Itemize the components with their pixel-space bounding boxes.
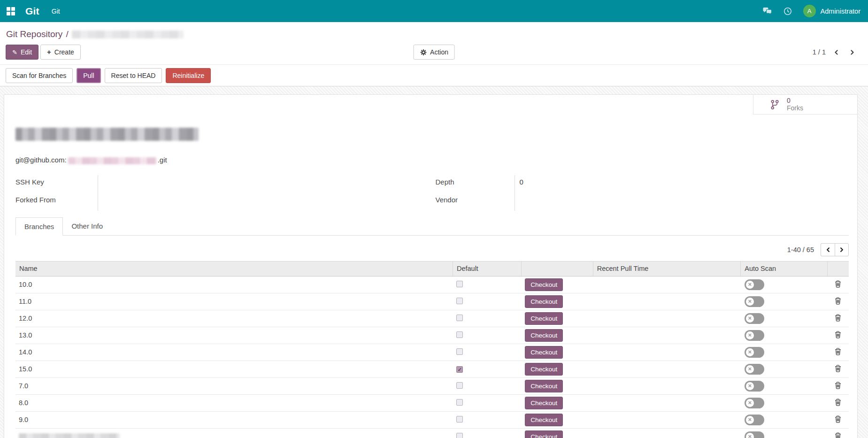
trash-icon[interactable] bbox=[835, 297, 841, 305]
repository-url: git@github.com:.git bbox=[15, 156, 849, 164]
apps-menu-icon[interactable] bbox=[7, 7, 15, 15]
recent-pull-time-cell bbox=[593, 361, 741, 377]
table-row[interactable]: 10.0Checkout× bbox=[15, 276, 849, 293]
auto-scan-toggle[interactable]: × bbox=[745, 279, 764, 290]
default-checkbox[interactable] bbox=[456, 298, 463, 304]
table-header-row: Name Default Recent Pull Time Auto Scan bbox=[15, 261, 849, 276]
checkout-button[interactable]: Checkout bbox=[525, 380, 563, 392]
default-checkbox[interactable] bbox=[456, 433, 463, 438]
table-row[interactable]: 12.0Checkout× bbox=[15, 310, 849, 327]
url-redacted bbox=[68, 157, 156, 164]
trash-icon[interactable] bbox=[835, 280, 841, 288]
auto-scan-toggle[interactable]: × bbox=[745, 381, 764, 392]
table-row[interactable]: 9.0Checkout× bbox=[15, 411, 849, 428]
table-row[interactable]: Checkout× bbox=[15, 428, 849, 438]
action-button[interactable]: Action bbox=[413, 45, 455, 60]
auto-scan-toggle[interactable]: × bbox=[745, 330, 764, 341]
branch-name-cell[interactable]: 8.0 bbox=[15, 394, 453, 411]
activities-clock-icon[interactable] bbox=[784, 7, 792, 15]
auto-scan-cell: × bbox=[741, 327, 828, 344]
recent-pull-time-cell bbox=[593, 293, 741, 310]
user-menu[interactable]: A Administrator bbox=[803, 5, 860, 17]
checkout-button[interactable]: Checkout bbox=[525, 430, 563, 438]
trash-icon[interactable] bbox=[835, 348, 841, 355]
branch-name-cell[interactable]: 13.0 bbox=[15, 327, 453, 344]
checkout-button[interactable]: Checkout bbox=[525, 397, 563, 409]
branch-name-cell[interactable]: 10.0 bbox=[15, 276, 453, 293]
trash-icon[interactable] bbox=[835, 314, 841, 322]
trash-icon[interactable] bbox=[835, 432, 841, 438]
default-checkbox[interactable] bbox=[456, 281, 463, 287]
field-group: SSH Key Forked From Depth 0 Vendor bbox=[15, 175, 849, 211]
reinitialize-button[interactable]: Reinitialize bbox=[166, 68, 211, 83]
create-button-label: Create bbox=[54, 48, 74, 56]
branch-name-cell[interactable]: 14.0 bbox=[15, 344, 453, 361]
default-checkbox[interactable] bbox=[456, 348, 463, 355]
auto-scan-toggle[interactable]: × bbox=[745, 398, 764, 408]
list-pager-next-button[interactable] bbox=[835, 243, 849, 256]
forked-from-label: Forked From bbox=[15, 193, 98, 211]
branch-name-cell[interactable]: 9.0 bbox=[15, 411, 453, 428]
column-header-name[interactable]: Name bbox=[15, 261, 453, 276]
trash-icon[interactable] bbox=[835, 415, 841, 423]
branch-name-cell[interactable]: 15.0 bbox=[15, 361, 453, 377]
checkout-button[interactable]: Checkout bbox=[525, 414, 563, 426]
auto-scan-toggle[interactable]: × bbox=[745, 431, 764, 438]
branch-name-cell[interactable]: 7.0 bbox=[15, 377, 453, 394]
default-checkbox[interactable] bbox=[456, 315, 463, 321]
table-row[interactable]: 15.0✓Checkout× bbox=[15, 361, 849, 377]
column-header-recent-pull-time[interactable]: Recent Pull Time bbox=[593, 261, 741, 276]
branch-name-cell[interactable] bbox=[15, 428, 453, 438]
delete-cell bbox=[827, 276, 849, 293]
messages-icon[interactable] bbox=[762, 7, 772, 15]
tab-branches[interactable]: Branches bbox=[15, 217, 63, 236]
delete-cell bbox=[827, 428, 849, 438]
auto-scan-toggle[interactable]: × bbox=[745, 313, 764, 324]
breadcrumb-link[interactable]: Git Repository bbox=[6, 28, 62, 40]
default-checkbox[interactable] bbox=[456, 416, 463, 423]
edit-button[interactable]: ✎ Edit bbox=[6, 45, 38, 60]
record-pager-previous-button[interactable] bbox=[830, 46, 842, 58]
toggle-off-x-icon: × bbox=[746, 433, 754, 438]
auto-scan-toggle[interactable]: × bbox=[745, 347, 764, 358]
table-row[interactable]: 11.0Checkout× bbox=[15, 293, 849, 310]
create-button[interactable]: + Create bbox=[40, 45, 81, 60]
default-checkbox[interactable] bbox=[456, 382, 463, 389]
checkout-button[interactable]: Checkout bbox=[525, 312, 563, 325]
record-pager-next-button[interactable] bbox=[846, 46, 858, 58]
column-header-auto-scan[interactable]: Auto Scan bbox=[741, 261, 828, 276]
branch-name-cell[interactable]: 11.0 bbox=[15, 293, 453, 310]
default-checkbox[interactable] bbox=[456, 399, 463, 406]
branch-name-cell[interactable]: 12.0 bbox=[15, 310, 453, 327]
scan-for-branches-button[interactable]: Scan for Branches bbox=[6, 68, 73, 83]
checkout-cell: Checkout bbox=[521, 293, 593, 310]
recent-pull-time-cell bbox=[593, 310, 741, 327]
auto-scan-toggle[interactable]: × bbox=[745, 415, 764, 425]
checkout-button[interactable]: Checkout bbox=[525, 329, 563, 342]
checkout-button[interactable]: Checkout bbox=[525, 295, 563, 308]
menu-item-git[interactable]: Git bbox=[50, 5, 62, 18]
forks-stat-button[interactable]: 0 Forks bbox=[753, 95, 857, 115]
trash-icon[interactable] bbox=[835, 399, 841, 406]
trash-icon[interactable] bbox=[835, 382, 841, 389]
column-header-default[interactable]: Default bbox=[453, 261, 521, 276]
checkout-button[interactable]: Checkout bbox=[525, 278, 563, 291]
tab-other-info[interactable]: Other Info bbox=[63, 217, 111, 235]
pull-button[interactable]: Pull bbox=[77, 68, 100, 83]
trash-icon[interactable] bbox=[835, 365, 841, 372]
branches-table: Name Default Recent Pull Time Auto Scan … bbox=[15, 261, 849, 438]
default-checkbox[interactable]: ✓ bbox=[456, 366, 463, 373]
table-row[interactable]: 7.0Checkout× bbox=[15, 377, 849, 394]
list-pager-previous-button[interactable] bbox=[821, 243, 835, 256]
auto-scan-toggle[interactable]: × bbox=[745, 364, 764, 375]
auto-scan-cell: × bbox=[741, 428, 828, 438]
table-row[interactable]: 13.0Checkout× bbox=[15, 327, 849, 344]
table-row[interactable]: 8.0Checkout× bbox=[15, 394, 849, 411]
checkout-button[interactable]: Checkout bbox=[525, 363, 563, 376]
table-row[interactable]: 14.0Checkout× bbox=[15, 344, 849, 361]
default-checkbox[interactable] bbox=[456, 331, 463, 338]
trash-icon[interactable] bbox=[835, 331, 841, 338]
checkout-button[interactable]: Checkout bbox=[525, 346, 563, 359]
reset-to-head-button[interactable]: Reset to HEAD bbox=[105, 68, 162, 83]
auto-scan-toggle[interactable]: × bbox=[745, 296, 764, 307]
